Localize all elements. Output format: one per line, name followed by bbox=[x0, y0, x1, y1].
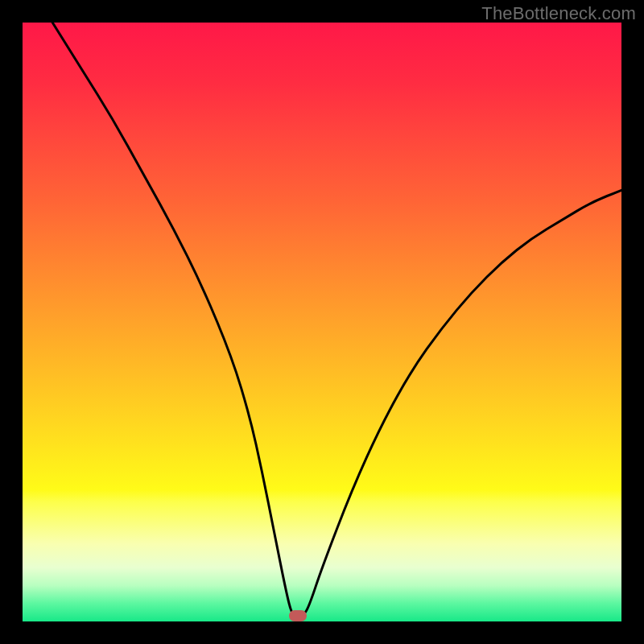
watermark-text: TheBottleneck.com bbox=[481, 3, 636, 24]
app-frame: TheBottleneck.com bbox=[0, 0, 644, 644]
chart-background bbox=[23, 23, 621, 621]
chart-svg bbox=[23, 23, 621, 621]
chart-plot-area bbox=[23, 23, 621, 621]
optimal-marker bbox=[289, 610, 307, 621]
